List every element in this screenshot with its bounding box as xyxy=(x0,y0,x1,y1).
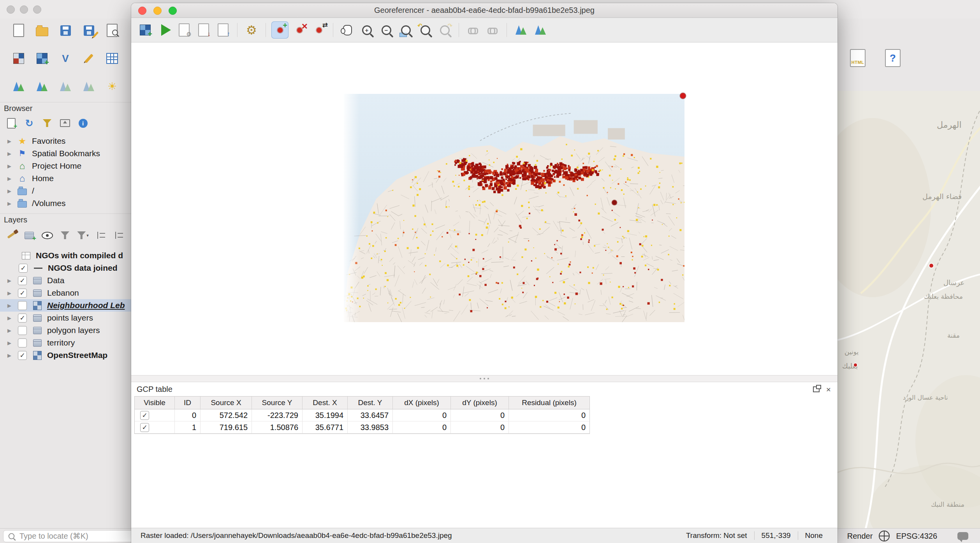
filter-browser-icon[interactable] xyxy=(40,116,54,130)
filter-expression-icon[interactable]: ▾ xyxy=(76,229,90,242)
browser-item-root[interactable]: / xyxy=(0,185,140,197)
locator-search[interactable] xyxy=(3,530,135,542)
close-button[interactable] xyxy=(138,7,146,15)
zoom-to-layer-icon[interactable] xyxy=(397,21,414,39)
expander-icon[interactable] xyxy=(5,278,14,284)
layer-item-polygon-layers[interactable]: polygon layers xyxy=(0,324,140,337)
zoom-last-icon[interactable]: ↶ xyxy=(417,21,434,39)
stretch-pale2-icon[interactable] xyxy=(80,78,97,95)
expander-icon[interactable] xyxy=(5,290,14,296)
expander-icon[interactable] xyxy=(5,328,14,333)
add-group-icon[interactable] xyxy=(23,229,36,242)
georeferencer-canvas[interactable] xyxy=(131,42,837,375)
expander-icon[interactable] xyxy=(5,151,14,157)
gcp-column-header[interactable]: ID xyxy=(175,397,201,409)
qgis-map-canvas[interactable]: الهرمل قضاء الهرمل عرسال محافظة بعلبك مق… xyxy=(837,91,980,528)
gcp-column-header[interactable]: Source Y xyxy=(252,397,303,409)
close-panel-icon[interactable]: × xyxy=(824,385,833,393)
html-annotation-icon[interactable]: HTML xyxy=(850,49,866,67)
collapse-all-layers-icon[interactable] xyxy=(112,229,125,242)
pan-icon[interactable] xyxy=(339,21,356,39)
collapse-all-icon[interactable] xyxy=(58,116,72,130)
add-vector-layer-icon[interactable] xyxy=(33,50,51,67)
messages-icon[interactable] xyxy=(957,532,968,540)
layer-visibility-checkbox[interactable] xyxy=(19,264,28,273)
map-themes-icon[interactable] xyxy=(40,229,54,242)
layer-visibility-checkbox[interactable] xyxy=(18,289,27,298)
help-icon[interactable]: ? xyxy=(885,49,901,67)
zoom-out-icon[interactable]: − xyxy=(378,21,395,39)
attribute-table-icon[interactable] xyxy=(104,50,121,67)
link-georeferencer-to-qgis-icon[interactable] xyxy=(464,21,482,39)
maximize-window-button[interactable] xyxy=(33,5,41,14)
layer-styling-icon[interactable] xyxy=(5,229,18,242)
local-histogram-stretch-icon[interactable] xyxy=(532,21,549,39)
beirut-raster[interactable] xyxy=(344,94,684,322)
gcp-visible-checkbox[interactable] xyxy=(140,411,149,420)
layer-visibility-checkbox[interactable] xyxy=(18,338,27,347)
save-project-icon[interactable] xyxy=(57,22,74,39)
expander-icon[interactable] xyxy=(5,188,14,194)
expander-icon[interactable] xyxy=(5,340,14,346)
layer-visibility-checkbox[interactable] xyxy=(18,301,27,310)
start-georeferencing-icon[interactable] xyxy=(156,21,173,39)
layer-item-lebanon[interactable]: Lebanon xyxy=(0,287,140,299)
edit-pencil-icon[interactable] xyxy=(80,50,97,67)
gcp-column-header[interactable]: Visible xyxy=(135,397,175,409)
local-histogram-stretch-icon[interactable] xyxy=(33,78,51,95)
refresh-icon[interactable] xyxy=(23,116,36,130)
layer-item-openstreetmap[interactable]: OpenStreetMap xyxy=(0,349,140,361)
generate-gdal-script-icon[interactable] xyxy=(176,21,193,39)
brightness-icon[interactable] xyxy=(104,78,121,95)
browser-item-spatial-bookmarks[interactable]: Spatial Bookmarks xyxy=(0,147,140,160)
add-selected-layers-icon[interactable]: + xyxy=(5,116,18,130)
digitize-vector-icon[interactable]: V xyxy=(57,50,74,67)
gcp-table-row[interactable]: 0 572.542 -223.729 35.1994 33.6457 0 0 0 xyxy=(135,409,589,421)
gcp-marker[interactable] xyxy=(680,93,686,99)
layer-visibility-checkbox[interactable] xyxy=(18,351,27,360)
gcp-column-header[interactable]: dY (pixels) xyxy=(451,397,509,409)
layer-item-data[interactable]: Data xyxy=(0,274,140,287)
layer-visibility-checkbox[interactable] xyxy=(18,314,27,323)
move-gcp-point-icon[interactable] xyxy=(310,21,327,39)
full-histogram-stretch-icon[interactable] xyxy=(512,21,530,39)
expander-icon[interactable] xyxy=(5,176,14,182)
locator-input[interactable] xyxy=(19,531,132,541)
zoom-in-icon[interactable]: + xyxy=(358,21,375,39)
data-source-manager-icon[interactable] xyxy=(10,50,27,67)
save-project-as-icon[interactable] xyxy=(80,22,97,39)
layer-item-neighbourhood[interactable]: Neighbourhood Leb xyxy=(0,299,140,312)
delete-point-icon[interactable] xyxy=(291,21,308,39)
gcp-column-header[interactable]: dX (pixels) xyxy=(393,397,451,409)
gcp-visible-checkbox[interactable] xyxy=(140,423,149,432)
gcp-column-header[interactable]: Source X xyxy=(201,397,252,409)
properties-info-icon[interactable] xyxy=(76,116,90,130)
browser-item-home[interactable]: Home xyxy=(0,172,140,185)
layer-item-points-layers[interactable]: points layers xyxy=(0,312,140,324)
render-toggle[interactable]: Render xyxy=(847,532,873,541)
add-point-icon[interactable] xyxy=(271,21,289,39)
expand-all-icon[interactable] xyxy=(94,229,107,242)
minimize-button[interactable] xyxy=(153,7,162,15)
gcp-column-header[interactable]: Dest. Y xyxy=(348,397,393,409)
link-qgis-to-georeferencer-icon[interactable] xyxy=(484,21,501,39)
gcp-marker[interactable] xyxy=(612,200,617,205)
browser-item-favorites[interactable]: Favorites xyxy=(0,135,140,147)
minimize-window-button[interactable] xyxy=(20,5,28,14)
browser-item-volumes[interactable]: /Volumes xyxy=(0,197,140,210)
zoom-next-icon[interactable]: ↷ xyxy=(436,21,453,39)
expander-icon[interactable] xyxy=(5,303,14,309)
close-window-button[interactable] xyxy=(7,5,15,14)
load-gcp-points-icon[interactable]: ↓ xyxy=(195,21,212,39)
layer-item-territory[interactable]: territory xyxy=(0,337,140,349)
layer-visibility-checkbox[interactable] xyxy=(18,276,27,285)
new-project-icon[interactable] xyxy=(10,22,27,39)
georeferencer-titlebar[interactable]: Georeferencer - aeaab0b4-ea6e-4edc-bfad-… xyxy=(131,3,837,18)
expander-icon[interactable] xyxy=(5,201,14,206)
stretch-pale-icon[interactable] xyxy=(57,78,74,95)
undock-panel-icon[interactable] xyxy=(812,385,820,393)
expander-icon[interactable] xyxy=(5,138,14,144)
maximize-button[interactable] xyxy=(169,7,177,15)
gcp-column-header[interactable]: Residual (pixels) xyxy=(509,397,589,409)
filter-legend-icon[interactable] xyxy=(58,229,72,242)
